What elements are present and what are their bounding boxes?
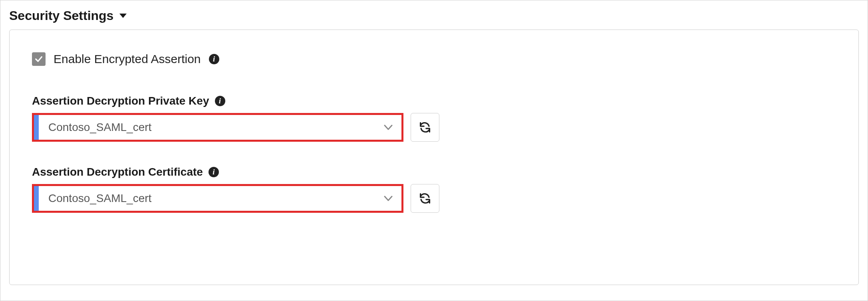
certificate-select[interactable]: Contoso_SAML_cert bbox=[34, 186, 401, 211]
enable-encrypted-assertion-checkbox[interactable] bbox=[32, 52, 46, 66]
private-key-select-highlight: Contoso_SAML_cert bbox=[32, 113, 403, 142]
certificate-refresh-button[interactable] bbox=[411, 184, 439, 213]
info-icon[interactable]: i bbox=[209, 167, 219, 177]
enable-encrypted-assertion-label: Enable Encrypted Assertion bbox=[54, 52, 201, 66]
assertion-decryption-certificate-field: Assertion Decryption Certificate i Conto… bbox=[32, 166, 836, 213]
refresh-icon bbox=[418, 192, 432, 205]
certificate-label: Assertion Decryption Certificate bbox=[32, 166, 203, 178]
select-accent-bar bbox=[34, 115, 39, 140]
refresh-icon bbox=[418, 121, 432, 134]
assertion-decryption-private-key-field: Assertion Decryption Private Key i Conto… bbox=[32, 95, 836, 142]
field-label-row: Assertion Decryption Private Key i bbox=[32, 95, 836, 107]
check-icon bbox=[34, 55, 43, 63]
select-row: Contoso_SAML_cert bbox=[32, 113, 836, 142]
enable-encrypted-assertion-row: Enable Encrypted Assertion i bbox=[32, 52, 836, 66]
certificate-select-highlight: Contoso_SAML_cert bbox=[32, 184, 403, 213]
select-row: Contoso_SAML_cert bbox=[32, 184, 836, 213]
certificate-select-value: Contoso_SAML_cert bbox=[39, 192, 375, 205]
private-key-select[interactable]: Contoso_SAML_cert bbox=[34, 115, 401, 140]
select-accent-bar bbox=[34, 186, 39, 211]
private-key-select-value: Contoso_SAML_cert bbox=[39, 121, 375, 134]
info-icon[interactable]: i bbox=[215, 96, 225, 106]
field-label-row: Assertion Decryption Certificate i bbox=[32, 166, 836, 178]
section-title: Security Settings bbox=[9, 8, 113, 23]
info-icon[interactable]: i bbox=[209, 54, 219, 64]
chevron-down-icon bbox=[375, 196, 401, 201]
private-key-label: Assertion Decryption Private Key bbox=[32, 95, 209, 107]
chevron-down-icon bbox=[375, 125, 401, 130]
private-key-refresh-button[interactable] bbox=[411, 113, 439, 142]
security-settings-panel: Enable Encrypted Assertion i Assertion D… bbox=[9, 30, 859, 285]
section-header[interactable]: Security Settings bbox=[9, 8, 859, 23]
caret-down-icon bbox=[119, 13, 127, 19]
